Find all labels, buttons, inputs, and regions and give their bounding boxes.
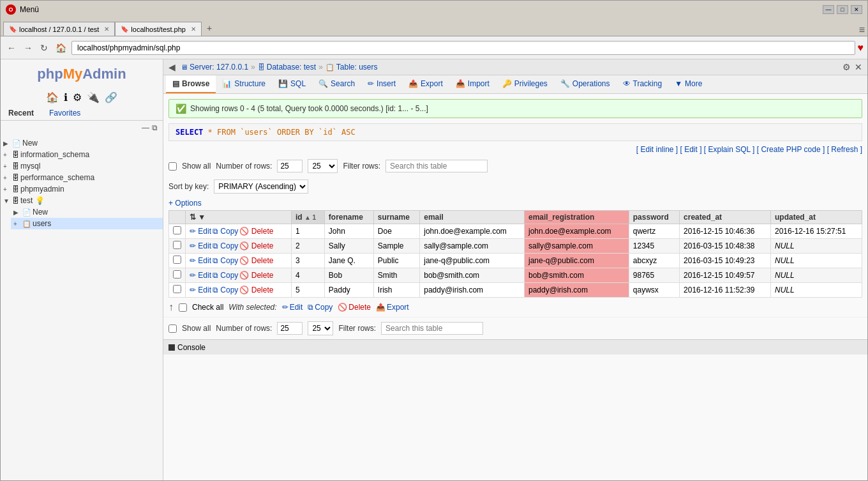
tab-browse[interactable]: ▤ Browse bbox=[166, 75, 216, 93]
breadcrumb-server[interactable]: 🖥 Server: 127.0.0.1 bbox=[181, 63, 248, 72]
tab-structure[interactable]: 📊 Structure bbox=[216, 75, 272, 93]
tree-item-new-root[interactable]: ▶ 📄 New bbox=[1, 137, 163, 149]
sort-select[interactable]: PRIMARY (Ascending) bbox=[214, 179, 308, 194]
col-header-updated-at[interactable]: updated_at bbox=[770, 211, 862, 224]
edit-link-2[interactable]: ✏ Edit bbox=[190, 256, 211, 265]
bottom-show-all-checkbox[interactable] bbox=[168, 324, 177, 333]
tree-item-test[interactable]: ▼ 🗄 test 💡 bbox=[1, 195, 163, 206]
row-checkbox-0[interactable] bbox=[173, 226, 181, 234]
create-php-link[interactable]: Create PHP code bbox=[761, 145, 820, 154]
breadcrumb-table[interactable]: 📋 Table: users bbox=[326, 63, 378, 72]
tab-sql[interactable]: 💾 SQL bbox=[272, 75, 312, 93]
close-bc-btn[interactable]: ✕ bbox=[855, 62, 862, 72]
tab-more[interactable]: ▼ More bbox=[668, 75, 708, 93]
tree-item-phpmyadmin[interactable]: + 🗄 phpmyadmin bbox=[1, 183, 163, 195]
refresh-nav-button[interactable]: ↻ bbox=[38, 42, 50, 54]
tree-item-users[interactable]: + 📋 users bbox=[11, 218, 163, 229]
col-header-email[interactable]: email bbox=[420, 211, 525, 224]
delete-link-4[interactable]: 🚫 Delete bbox=[239, 286, 273, 294]
copy-link-4[interactable]: ⧉ Copy bbox=[213, 286, 238, 294]
tab-operations[interactable]: 🔧 Operations bbox=[554, 75, 617, 93]
delete-link-0[interactable]: 🚫 Delete bbox=[239, 227, 273, 236]
plugin-icon[interactable]: 🔌 bbox=[87, 91, 100, 103]
edit-link-4[interactable]: ✏ Edit bbox=[190, 286, 211, 294]
bottom-edit-link[interactable]: ✏ Edit bbox=[282, 303, 303, 312]
copy-link-1[interactable]: ⧉ Copy bbox=[213, 241, 238, 250]
bottom-delete-link[interactable]: 🚫 Delete bbox=[338, 303, 371, 312]
breadcrumb-back-icon[interactable]: ◀ bbox=[168, 62, 176, 72]
tab-tracking[interactable]: 👁 Tracking bbox=[617, 75, 669, 93]
bottom-copy-link[interactable]: ⧉ Copy bbox=[308, 303, 333, 312]
copy-link-2[interactable]: ⧉ Copy bbox=[213, 256, 238, 265]
tab-stack-button[interactable]: ≡ bbox=[859, 24, 865, 36]
home-button[interactable]: 🏠 bbox=[53, 42, 69, 54]
breadcrumb-database[interactable]: 🗄 Database: test bbox=[258, 63, 316, 72]
settings-bc-btn[interactable]: ⚙ bbox=[842, 62, 851, 72]
bottom-num-rows-select[interactable]: 25 bbox=[308, 321, 333, 335]
tab-insert[interactable]: ✏ Insert bbox=[361, 75, 402, 93]
edit-link-1[interactable]: ✏ Edit bbox=[190, 241, 211, 250]
info-icon[interactable]: ℹ bbox=[64, 91, 68, 103]
num-rows-select[interactable]: 25 50 100 bbox=[308, 159, 338, 173]
check-all-label[interactable]: Check all bbox=[192, 303, 223, 312]
col-header-id[interactable]: id ▲ 1 bbox=[291, 211, 324, 224]
check-all-checkbox[interactable] bbox=[179, 303, 187, 312]
sidebar-collapse-btn[interactable]: — bbox=[142, 123, 149, 132]
row-checkbox-1[interactable] bbox=[173, 241, 181, 249]
row-checkbox-3[interactable] bbox=[173, 270, 181, 279]
home-icon[interactable]: 🏠 bbox=[46, 91, 59, 103]
edit-inline-link[interactable]: Edit inline bbox=[640, 145, 673, 154]
col-header-created-at[interactable]: created_at bbox=[680, 211, 771, 224]
show-all-checkbox[interactable] bbox=[168, 162, 177, 171]
copy-link-0[interactable]: ⧉ Copy bbox=[213, 227, 238, 236]
explain-sql-link[interactable]: Explain SQL bbox=[708, 145, 751, 154]
tree-item-information-schema[interactable]: + 🗄 information_schema bbox=[1, 149, 163, 160]
back-button[interactable]: ← bbox=[4, 42, 19, 54]
sidebar-tab-recent[interactable]: Recent bbox=[1, 106, 41, 120]
console-label[interactable]: Console bbox=[177, 343, 206, 352]
tab-1-close[interactable]: ✕ bbox=[104, 26, 109, 33]
bottom-filter-input[interactable] bbox=[381, 322, 483, 335]
close-button[interactable]: ✕ bbox=[851, 5, 862, 14]
tree-item-new-test[interactable]: ▶ 📄 New bbox=[11, 206, 163, 218]
settings-icon[interactable]: ⚙ bbox=[73, 91, 82, 103]
tree-item-performance-schema[interactable]: + 🗄 performance_schema bbox=[1, 172, 163, 183]
refresh-link[interactable]: Refresh bbox=[831, 145, 858, 154]
filter-rows-input[interactable] bbox=[385, 160, 488, 172]
bottom-export-link[interactable]: 📤 Export bbox=[376, 303, 409, 312]
favorite-button[interactable]: ♥ bbox=[858, 42, 864, 54]
external-icon[interactable]: 🔗 bbox=[105, 91, 117, 103]
new-tab-button[interactable]: + bbox=[202, 20, 217, 36]
tab-2[interactable]: 🔖 localhost/test.php ✕ bbox=[115, 22, 202, 36]
maximize-button[interactable]: □ bbox=[837, 5, 848, 14]
menu-label[interactable]: Menü bbox=[20, 5, 39, 14]
copy-link-3[interactable]: ⧉ Copy bbox=[213, 271, 238, 280]
col-header-forename[interactable]: forename bbox=[324, 211, 373, 224]
address-input[interactable] bbox=[71, 41, 855, 55]
tree-item-mysql[interactable]: + 🗄 mysql bbox=[1, 160, 163, 172]
tab-privileges[interactable]: 🔑 Privileges bbox=[496, 75, 554, 93]
tab-search[interactable]: 🔍 Search bbox=[312, 75, 361, 93]
edit-sql-link[interactable]: Edit bbox=[684, 145, 698, 154]
sidebar-tab-favorites[interactable]: Favorites bbox=[41, 106, 88, 120]
filter-icon[interactable]: ▼ bbox=[198, 213, 206, 222]
delete-link-2[interactable]: 🚫 Delete bbox=[239, 256, 273, 265]
sidebar-expand-btn[interactable]: ⧉ bbox=[152, 123, 158, 132]
bottom-num-rows-input[interactable] bbox=[277, 322, 303, 335]
minimize-button[interactable]: — bbox=[823, 5, 834, 14]
num-rows-input[interactable] bbox=[277, 160, 303, 172]
tab-export[interactable]: 📤 Export bbox=[402, 75, 449, 93]
col-header-email-registration[interactable]: email_registration bbox=[525, 211, 629, 224]
tab-2-close[interactable]: ✕ bbox=[191, 26, 196, 33]
col-header-password[interactable]: password bbox=[629, 211, 679, 224]
delete-link-1[interactable]: 🚫 Delete bbox=[239, 241, 273, 250]
edit-link-3[interactable]: ✏ Edit bbox=[190, 271, 211, 280]
forward-button[interactable]: → bbox=[21, 42, 35, 54]
edit-link-0[interactable]: ✏ Edit bbox=[190, 227, 211, 236]
col-header-surname[interactable]: surname bbox=[373, 211, 419, 224]
row-checkbox-2[interactable] bbox=[173, 256, 181, 264]
delete-link-3[interactable]: 🚫 Delete bbox=[239, 271, 273, 280]
row-checkbox-4[interactable] bbox=[173, 285, 181, 293]
tab-import[interactable]: 📥 Import bbox=[449, 75, 496, 93]
options-link[interactable]: + Options bbox=[163, 196, 867, 210]
